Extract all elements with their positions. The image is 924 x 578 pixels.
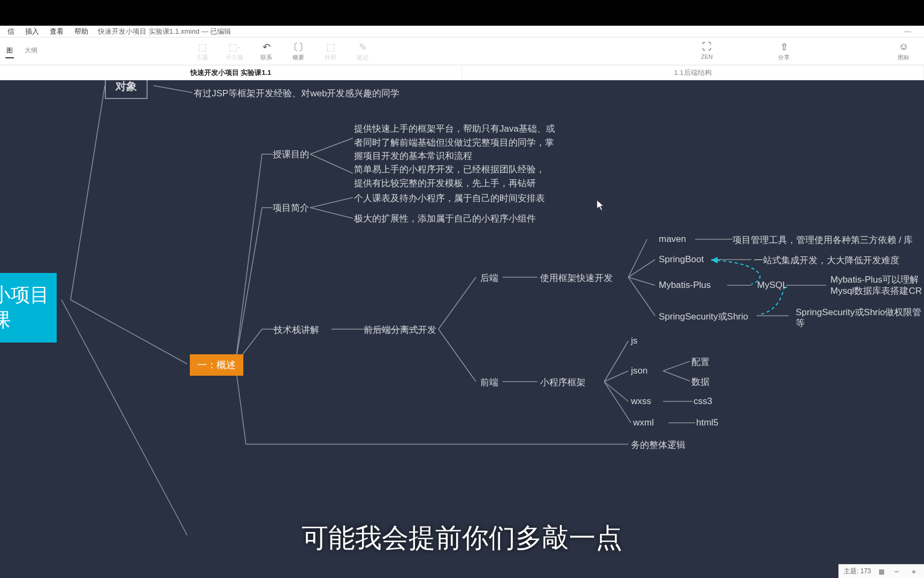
node-tech[interactable]: 技术栈讲解 bbox=[274, 324, 319, 336]
node-intro-2[interactable]: 极大的扩展性，添加属于自己的小程序小组件 bbox=[354, 212, 536, 225]
node-mysql[interactable]: MySQL bbox=[757, 280, 788, 291]
node-target-desc[interactable]: 有过JSP等框架开发经验、对web开发感兴趣的同学 bbox=[194, 87, 399, 100]
share-icon: ⇧ bbox=[777, 41, 790, 53]
tab-backend[interactable]: 1.1后端结构 bbox=[462, 65, 924, 80]
svg-line-9 bbox=[438, 277, 476, 329]
svg-line-25 bbox=[604, 382, 631, 423]
note-icon: ✎ bbox=[356, 41, 369, 53]
node-logic[interactable]: 务的整体逻辑 bbox=[631, 439, 686, 451]
svg-line-12 bbox=[628, 239, 647, 277]
svg-line-1 bbox=[71, 300, 187, 364]
view-map[interactable]: 图 bbox=[5, 44, 14, 58]
node-security-desc2[interactable]: 等 bbox=[796, 317, 805, 329]
topic-count-label: 主题: 173 bbox=[844, 567, 871, 576]
filename-label: 快速开发小项目 实验课1.1.xmind — 已编辑 bbox=[98, 27, 231, 36]
node-purpose[interactable]: 授课目的 bbox=[273, 148, 309, 161]
titlebar bbox=[0, 0, 924, 26]
node-wxml[interactable]: wxml bbox=[633, 417, 654, 428]
svg-line-3 bbox=[153, 86, 192, 93]
node-mybatis[interactable]: Mybatis-Plus bbox=[659, 280, 711, 291]
node-mybatis-desc1[interactable]: Mybatis-Plus可以理解 bbox=[830, 273, 919, 286]
svg-marker-30 bbox=[711, 257, 718, 263]
node-security-desc1[interactable]: SpringSecurity或Shrio做权限管 bbox=[796, 306, 921, 318]
toolbar: 图 大纲 ⬚主题 ⬚·子主题 ↶联系 〔〕概要 ⬚外框 ✎笔记 ⛶ZEN ⇧分享… bbox=[0, 37, 924, 65]
node-config[interactable]: 配置 bbox=[691, 356, 710, 368]
node-springboot-desc[interactable]: 一站式集成开发，大大降低开发难度 bbox=[754, 254, 899, 267]
node-mybatis-desc2[interactable]: Mysql数据库表搭建CR bbox=[830, 285, 922, 297]
svg-line-6 bbox=[310, 197, 353, 208]
node-wxss[interactable]: wxss bbox=[631, 396, 651, 407]
topic-button[interactable]: ⬚主题 bbox=[187, 41, 217, 62]
node-html5[interactable]: html5 bbox=[696, 417, 719, 428]
subtopic-button[interactable]: ⬚·子主题 bbox=[219, 41, 249, 62]
svg-line-27 bbox=[663, 371, 690, 381]
tab-main[interactable]: 快速开发小项目 实验课1.1 bbox=[0, 65, 462, 80]
node-frontend[interactable]: 前端 bbox=[480, 376, 498, 389]
emoji-button[interactable]: ☺图标 bbox=[889, 41, 919, 62]
node-data[interactable]: 数据 bbox=[691, 376, 710, 388]
node-springboot[interactable]: SpringBoot bbox=[659, 254, 704, 265]
boundary-icon: ⬚ bbox=[324, 41, 337, 53]
node-maven-desc[interactable]: 项目管理工具，管理使用各种第三方依赖 / 库 bbox=[733, 234, 913, 246]
summary-button[interactable]: 〔〕概要 bbox=[283, 41, 313, 62]
svg-line-10 bbox=[438, 329, 476, 382]
zoom-in-button[interactable]: + bbox=[909, 567, 919, 576]
node-js[interactable]: js bbox=[631, 336, 637, 346]
view-outline[interactable]: 大纲 bbox=[24, 44, 38, 58]
node-css3[interactable]: css3 bbox=[694, 396, 712, 407]
relation-icon: ↶ bbox=[260, 41, 273, 53]
node-fastdev[interactable]: 使用框架快速开发 bbox=[540, 272, 613, 284]
node-intro[interactable]: 项目简介 bbox=[273, 202, 309, 214]
root-line1: 小项目 bbox=[0, 283, 49, 308]
share-button[interactable]: ⇧分享 bbox=[769, 41, 799, 62]
topic-icon: ⬚ bbox=[196, 41, 209, 53]
root-node[interactable]: 小项目 课 bbox=[0, 273, 57, 343]
node-section-overview[interactable]: 一：概述 bbox=[190, 354, 243, 376]
zoom-out-button[interactable]: − bbox=[892, 567, 902, 576]
svg-line-14 bbox=[628, 277, 655, 285]
note-button[interactable]: ✎笔记 bbox=[348, 41, 378, 62]
node-separation[interactable]: 前后端分离式开发 bbox=[364, 324, 436, 336]
boundary-button[interactable]: ⬚外框 bbox=[315, 41, 345, 62]
node-purpose-2[interactable]: 简单易上手的小程序开发，已经根据团队经验，提供有比较完整的开发模板，先上手，再钻… bbox=[354, 163, 552, 190]
node-maven[interactable]: maven bbox=[659, 234, 686, 245]
node-purpose-1[interactable]: 提供快速上手的框架平台，帮助只有Java基础、或者同时了解前端基础但没做过完整项… bbox=[354, 122, 557, 163]
emoji-icon: ☺ bbox=[897, 41, 910, 53]
root-line2: 课 bbox=[0, 308, 49, 333]
subtopic-icon: ⬚· bbox=[228, 41, 241, 53]
sheet-tabs: 快速开发小项目 实验课1.1 1.1后端结构 bbox=[0, 65, 924, 80]
svg-line-7 bbox=[310, 208, 353, 218]
menubar: 信 插入 查看 帮助 快速开发小项目 实验课1.1.xmind — 已编辑 — bbox=[0, 26, 924, 37]
cursor-icon bbox=[597, 200, 604, 211]
zen-icon: ⛶ bbox=[700, 41, 713, 53]
svg-line-24 bbox=[604, 382, 628, 401]
video-subtitle: 可能我会提前你们多敲一点 bbox=[293, 517, 631, 559]
svg-line-0 bbox=[71, 86, 105, 300]
svg-line-26 bbox=[663, 361, 690, 371]
menu-view[interactable]: 查看 bbox=[44, 26, 69, 37]
menu-help[interactable]: 帮助 bbox=[69, 26, 94, 37]
svg-line-22 bbox=[604, 341, 628, 382]
menu-insert[interactable]: 插入 bbox=[20, 26, 44, 37]
svg-line-2 bbox=[61, 300, 187, 535]
node-backend[interactable]: 后端 bbox=[480, 272, 498, 284]
svg-line-4 bbox=[310, 138, 353, 154]
node-json[interactable]: json bbox=[631, 366, 648, 376]
mindmap-canvas[interactable]: 小项目 课 对象 有过JSP等框架开发经验、对web开发感兴趣的同学 授课目的 … bbox=[0, 80, 924, 578]
node-miniprogram[interactable]: 小程序框架 bbox=[540, 376, 586, 389]
node-intro-1[interactable]: 个人课表及待办小程序，属于自己的时间安排表 bbox=[354, 192, 545, 204]
relation-button[interactable]: ↶联系 bbox=[251, 41, 281, 62]
menu-info[interactable]: 信 bbox=[2, 26, 20, 37]
statusbar: 主题: 173 ▦ − + bbox=[838, 564, 924, 578]
svg-line-15 bbox=[628, 277, 655, 316]
node-target[interactable]: 对象 bbox=[105, 80, 148, 99]
minimize-button[interactable]: — bbox=[904, 27, 922, 35]
summary-icon: 〔〕 bbox=[292, 41, 305, 53]
svg-line-5 bbox=[310, 154, 353, 173]
zen-button[interactable]: ⛶ZEN bbox=[692, 41, 722, 62]
minimap-icon[interactable]: ▦ bbox=[879, 568, 884, 575]
node-security[interactable]: SpringSecurity或Shrio bbox=[659, 310, 748, 323]
